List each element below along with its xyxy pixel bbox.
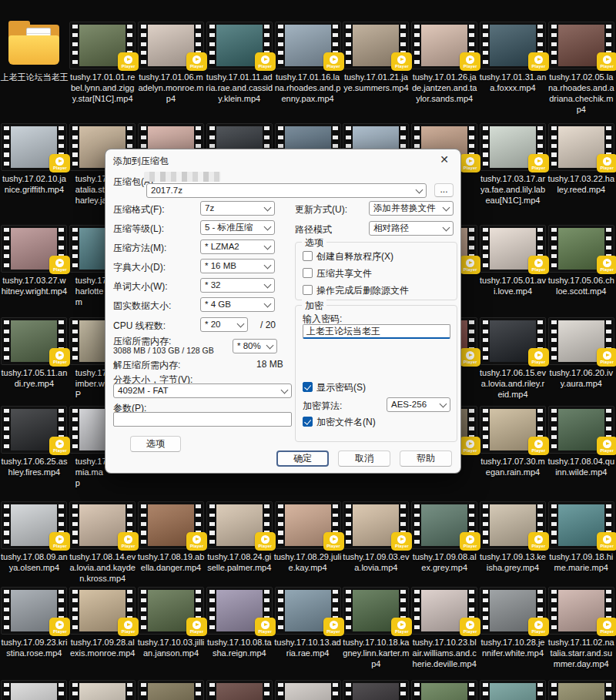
compress-format-value: 7z [205,203,214,213]
file-item[interactable]: Playertushy.17.05.06.chloe.scott.mp4 [547,225,615,307]
file-item[interactable]: Playertushy.17.10.18.kagney.linn.karter.… [342,587,410,669]
file-item[interactable]: Player [342,680,410,700]
memory-percent-select[interactable]: * 80% [233,339,277,353]
video-thumbnail-icon: Player [138,501,204,549]
file-item[interactable]: Player [410,680,479,700]
player-badge-icon: Player [460,437,480,455]
file-item[interactable]: Player [69,680,137,700]
memory-decompress-label: 解压缩所需内存: [113,359,180,372]
file-name: tushy.17.10.23.blair.williams.and.cherie… [410,637,478,669]
add-to-archive-dialog: 添加到压缩包 ✕ 压缩包(A) 2017.7z ... 压缩格式(F): 7z … [105,149,461,474]
show-password-label: 显示密码(S) [316,381,366,394]
file-item[interactable]: Playertushy.17.08.19.abella.danger.mp4 [137,501,206,584]
file-item[interactable]: Player [205,680,273,700]
ok-button[interactable]: 确定 [276,450,329,467]
file-item[interactable]: Playertushy.17.03.27.whitney.wright.mp4 [0,225,69,307]
browse-button[interactable]: ... [434,183,454,197]
file-item[interactable]: Playertushy.17.09.13.keisha.grey.mp4 [479,501,547,584]
file-item[interactable]: Playertushy.17.06.25.ashley.fires.mp4 [0,406,69,488]
video-thumbnail-icon: Player [548,680,614,700]
file-item[interactable]: Playertushy.17.05.01.avi.love.mp4 [479,225,547,307]
folder-item[interactable]: 上老王论坛当老王 [0,22,69,115]
archive-name-combo[interactable]: 2017.7z [146,183,427,198]
file-name: tushy.17.03.17.arya.fae.and.lily.labeau[… [479,173,547,206]
file-item[interactable]: Playertushy.17.08.14.eva.lovia.and.kayde… [69,501,137,584]
file-item[interactable]: Playertushy.17.06.20.ivy.aura.mp4 [547,317,615,400]
options-button[interactable]: 选项 [130,436,181,452]
file-item[interactable]: Playertushy.17.01.06.madelyn.monroe.mp4 [137,22,206,115]
file-item[interactable]: Playertushy.17.06.15.eva.lovia.and.riley… [479,317,547,400]
file-item[interactable]: Player [273,680,342,700]
show-password-checkbox[interactable] [303,382,313,392]
file-item[interactable]: Playertushy.17.01.26.jade.jantzen.and.ta… [410,22,479,115]
file-item[interactable]: Playertushy.17.02.10.janice.griffith.mp4 [0,123,69,206]
file-item[interactable]: Playertushy.17.01.21.jaye.summers.mp4 [342,22,410,115]
parameters-input[interactable] [113,412,292,427]
chevron-down-icon [264,203,272,211]
file-item[interactable]: Playertushy.17.10.13.adria.rae.mp4 [273,587,342,669]
encrypt-algo-value: AES-256 [391,400,427,409]
file-item[interactable]: Playertushy.17.10.28.jennifer.white.mp4 [479,587,547,669]
file-name: tushy.17.10.03.jillian.janson.mp4 [137,637,205,658]
file-item[interactable]: Player [137,680,206,700]
file-item[interactable]: Player [547,680,615,700]
compress-level-select[interactable]: 5 - 标准压缩 [200,220,275,235]
solid-block-select[interactable]: * 4 GB [200,297,275,312]
video-thumbnail-icon: Player [206,587,273,635]
file-item[interactable]: Playertushy.17.01.16.lana.rhoades.and.pe… [273,22,342,115]
cancel-button[interactable]: 取消 [338,450,390,467]
file-item[interactable]: Playertushy.17.07.30.megan.rain.mp4 [479,406,547,488]
create-sfx-checkbox[interactable] [303,251,313,261]
memory-percent-value: * 80% [237,341,261,350]
file-item[interactable]: Playertushy.17.09.28.alexis.monroe.mp4 [69,587,137,669]
file-item[interactable]: Player [479,680,547,700]
file-item[interactable]: Playertushy.17.08.29.julie.kay.mp4 [273,501,342,584]
update-mode-label: 更新方式(U): [295,203,347,216]
volume-size-select[interactable]: 4092M - FAT [113,383,292,398]
file-item[interactable]: Playertushy.17.08.04.quinn.wilde.mp4 [547,406,615,488]
path-mode-select[interactable]: 相对路径 [369,221,454,236]
dictionary-size-select[interactable]: * 16 MB [200,259,275,273]
file-name: tushy.17.06.25.ashley.fires.mp4 [0,456,68,477]
compress-method-select[interactable]: * LZMA2 [200,239,275,254]
file-item[interactable]: Playertushy.17.11.02.natalia.starr.and.s… [547,587,615,669]
player-badge-icon: Player [255,618,276,636]
delete-after-checkbox[interactable] [303,285,313,295]
close-icon[interactable]: ✕ [440,154,449,165]
help-button[interactable]: 帮助 [400,450,452,467]
file-item[interactable]: Playertushy.17.08.09.anya.olsen.mp4 [0,501,69,584]
word-size-select[interactable]: * 32 [200,278,275,293]
update-mode-select[interactable]: 添加并替换文件 [369,201,454,216]
path-mode-label: 路径模式 [295,223,332,236]
video-thumbnail-icon: Player [548,225,614,273]
encrypt-names-checkbox[interactable] [303,417,313,427]
file-item[interactable]: Playertushy.17.10.03.jillian.janson.mp4 [137,587,206,669]
file-item[interactable]: Playertushy.17.10.08.tasha.reign.mp4 [205,587,273,669]
file-item[interactable]: Playertushy.17.10.23.blair.williams.and.… [410,587,479,669]
player-badge-icon: Player [323,618,344,636]
file-item[interactable]: Player [0,680,69,700]
archive-name-value: 2017.7z [151,186,182,195]
compress-format-select[interactable]: 7z [200,201,275,216]
password-input[interactable]: 上老王论坛当老王 [303,324,450,339]
file-item[interactable]: Playertushy.17.09.03.eva.lovia.mp4 [342,501,410,584]
compress-shared-checkbox[interactable] [303,268,313,278]
file-name: tushy.17.08.29.julie.kay.mp4 [274,551,342,573]
file-item[interactable]: Playertushy.17.01.31.ana.foxxx.mp4 [479,22,547,115]
file-name: tushy.17.05.06.chloe.scott.mp4 [547,275,615,296]
file-item[interactable]: Playertushy.17.03.17.arya.fae.and.lily.l… [479,123,547,206]
file-item[interactable]: Playertushy.17.09.08.alex.grey.mp4 [410,501,479,584]
file-item[interactable]: Playertushy.17.05.11.andi.rye.mp4 [0,317,69,400]
video-thumbnail-icon: Player [69,22,136,69]
file-item[interactable]: Playertushy.17.02.05.lana.rhoades.and.ad… [547,22,615,115]
video-thumbnail-icon: Player [138,680,204,700]
file-item[interactable]: Playertushy.17.01.01.rebel.lynn.and.zigg… [69,22,137,115]
file-item[interactable]: Playertushy.17.03.22.haley.reed.mp4 [547,123,615,206]
file-item[interactable]: Playertushy.17.09.18.hime.marie.mp4 [547,501,615,584]
file-item[interactable]: Playertushy.17.08.24.giselle.palmer.mp4 [205,501,273,584]
file-item[interactable]: Playertushy.17.01.11.adria.rae.and.cassi… [205,22,273,115]
video-thumbnail-icon: Player [480,501,546,549]
encrypt-algo-select[interactable]: AES-256 [387,397,450,412]
file-item[interactable]: Playertushy.17.09.23.kristina.rose.mp4 [0,587,69,669]
cpu-threads-select[interactable]: * 20 [200,317,248,332]
